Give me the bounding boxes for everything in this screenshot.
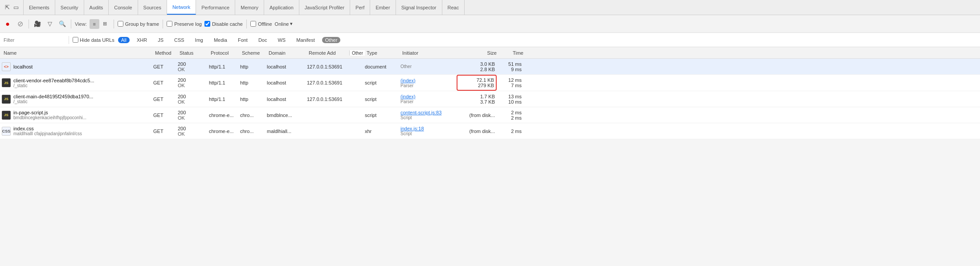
filter-css[interactable]: CSS xyxy=(171,36,188,44)
tab-performance[interactable]: Performance xyxy=(196,0,235,15)
column-headers: Name Method Status Protocol Scheme Domai… xyxy=(0,47,980,59)
col-scheme[interactable]: Scheme xyxy=(240,50,267,56)
col-time[interactable]: Time xyxy=(498,50,525,56)
offline-label[interactable]: Offline xyxy=(250,21,272,27)
cell-protocol-2: http/1.1 xyxy=(207,91,238,107)
filter-button[interactable]: ▽ xyxy=(45,19,55,29)
initiator-link-4[interactable]: index.js:18 xyxy=(400,126,424,131)
preserve-log-label[interactable]: Preserve log xyxy=(167,21,202,27)
filter-input[interactable] xyxy=(4,37,65,43)
time-1-2: 13 ms xyxy=(508,94,522,99)
tab-application[interactable]: Application xyxy=(264,0,299,15)
filter-font[interactable]: Font xyxy=(234,36,251,44)
cell-size-1: 72.1 KB 279 KB xyxy=(457,75,497,91)
cell-scheme-3: chro... xyxy=(238,107,265,123)
initiator-link-1[interactable]: (index) xyxy=(400,78,416,83)
filter-divider xyxy=(69,36,69,44)
stop-button[interactable]: ⊘ xyxy=(15,19,25,29)
status-code-2: 200 xyxy=(178,94,186,99)
hide-data-urls-checkbox[interactable] xyxy=(73,37,78,43)
tab-console[interactable]: Console xyxy=(109,0,138,15)
divider-5 xyxy=(246,20,247,28)
status-code-1: 200 xyxy=(178,77,186,83)
table-row[interactable]: <> localhost GET 200 OK http/1.1 http lo… xyxy=(0,59,980,75)
group-by-frame-checkbox[interactable] xyxy=(118,21,123,27)
js-file-icon: JS xyxy=(2,78,11,87)
filter-media[interactable]: Media xyxy=(210,36,231,44)
size-1-0: 3.0 KB xyxy=(480,61,495,67)
tab-ember[interactable]: Ember xyxy=(370,0,396,15)
col-initiator[interactable]: Initiator xyxy=(400,50,458,56)
js-file-icon-3: JS xyxy=(2,111,11,120)
time-2-0: 9 ms xyxy=(511,67,522,72)
tab-reac[interactable]: Reac xyxy=(442,0,465,15)
initiator-link-3[interactable]: content-script.js:83 xyxy=(400,110,441,115)
cursor-icon[interactable]: ⇱ xyxy=(3,3,12,12)
col-domain[interactable]: Domain xyxy=(267,50,307,56)
status-text-3: OK xyxy=(178,115,185,121)
filter-doc[interactable]: Doc xyxy=(255,36,271,44)
time-2-3: 2 ms xyxy=(511,115,522,121)
tab-memory[interactable]: Memory xyxy=(235,0,264,15)
col-type[interactable]: Type xyxy=(365,50,400,56)
table-row[interactable]: JS client-vendor-ee87eeabf8b784cdc5... /… xyxy=(0,75,980,91)
cell-method-3: GET xyxy=(151,107,176,123)
tab-perf[interactable]: Perf xyxy=(350,0,370,15)
filter-xhr[interactable]: XHR xyxy=(133,36,151,44)
col-remote[interactable]: Remote Add Other xyxy=(307,50,365,56)
table-row[interactable]: JS in-page-script.js bmdblncegkenkacieih… xyxy=(0,107,980,123)
online-text: Online xyxy=(275,21,289,27)
preserve-log-checkbox[interactable] xyxy=(167,21,172,27)
record-button[interactable]: ● xyxy=(3,19,12,29)
view-grid-button[interactable]: ⊞ xyxy=(100,19,110,29)
request-sub-2: /_static xyxy=(13,99,93,104)
col-protocol[interactable]: Protocol xyxy=(209,50,240,56)
col-method[interactable]: Method xyxy=(153,50,178,56)
offline-text: Offline xyxy=(258,21,272,27)
tab-security[interactable]: Security xyxy=(55,0,84,15)
cell-type-1: script xyxy=(363,75,399,91)
filter-js[interactable]: JS xyxy=(154,36,167,44)
dropdown-arrow-icon: ▾ xyxy=(290,21,293,27)
cell-type-0: document xyxy=(363,59,399,74)
network-table: <> localhost GET 200 OK http/1.1 http lo… xyxy=(0,59,980,139)
tab-signal-inspector[interactable]: Signal Inspector xyxy=(396,0,442,15)
col-size[interactable]: Size xyxy=(458,50,498,56)
tab-elements[interactable]: Elements xyxy=(24,0,55,15)
hide-data-urls-label[interactable]: Hide data URLs xyxy=(73,37,114,43)
other-badge: Other xyxy=(349,50,365,56)
filter-other[interactable]: Other xyxy=(322,37,341,43)
tab-js-profiler[interactable]: JavaScript Profiler xyxy=(299,0,350,15)
table-row[interactable]: CSS index.css maldlhialll cfajipjnadanji… xyxy=(0,123,980,139)
online-dropdown[interactable]: Online ▾ xyxy=(275,21,293,27)
initiator-link-2[interactable]: (index) xyxy=(400,94,416,99)
divider-1 xyxy=(29,20,29,28)
tab-sources[interactable]: Sources xyxy=(138,0,167,15)
filter-ws[interactable]: WS xyxy=(274,36,289,44)
offline-checkbox[interactable] xyxy=(250,21,256,27)
tab-network[interactable]: Network xyxy=(167,0,196,15)
search-button[interactable]: 🔍 xyxy=(57,19,67,29)
filter-all[interactable]: All xyxy=(118,37,130,43)
disable-cache-checkbox[interactable] xyxy=(204,21,210,27)
cell-name-2: JS client-main-de48195f2459dba1970... /_… xyxy=(0,91,151,107)
tab-audits[interactable]: Audits xyxy=(84,0,109,15)
time-2-1: 7 ms xyxy=(511,83,522,88)
disable-cache-label[interactable]: Disable cache xyxy=(204,21,243,27)
cell-remote-1: 127.0.0.1:53691 xyxy=(305,75,363,91)
col-name[interactable]: Name xyxy=(2,50,153,56)
camera-button[interactable]: 🎥 xyxy=(33,19,42,29)
device-icon[interactable]: ▭ xyxy=(12,3,20,12)
col-status[interactable]: Status xyxy=(178,50,209,56)
request-sub-3: bmdblncegkenkacieihfhpjfppoconhi... xyxy=(13,115,86,120)
size-2-0: 2.8 KB xyxy=(480,67,495,72)
hide-data-urls-text: Hide data URLs xyxy=(80,37,114,43)
cell-method-0: GET xyxy=(151,59,176,74)
cell-initiator-2: (index) Parser xyxy=(399,91,457,107)
table-row[interactable]: JS client-main-de48195f2459dba1970... /_… xyxy=(0,91,980,107)
cell-domain-4: maldlhiall... xyxy=(265,123,305,139)
view-list-button[interactable]: ≡ xyxy=(90,19,99,29)
filter-manifest[interactable]: Manifest xyxy=(293,36,318,44)
group-by-frame-label[interactable]: Group by frame xyxy=(118,21,159,27)
filter-img[interactable]: Img xyxy=(192,36,207,44)
